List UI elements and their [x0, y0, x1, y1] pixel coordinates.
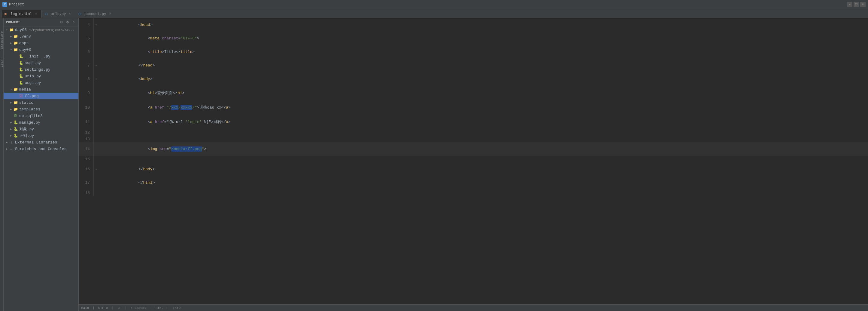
- line-code: <meta charset="UTF-8">: [98, 32, 868, 45]
- fold-icon[interactable]: ▾: [94, 72, 98, 86]
- close-button[interactable]: ×: [860, 2, 866, 7]
- tree-item-static[interactable]: ▶ 📁 static: [4, 99, 79, 106]
- tab-label: login.html: [10, 12, 32, 16]
- sidebar-header: Project ⊟ ⚙ ×: [4, 18, 79, 26]
- db-icon: 🗄: [13, 113, 18, 118]
- line-number: 17: [79, 176, 94, 190]
- tree-item-media[interactable]: ▾ 📁 media: [4, 86, 79, 93]
- tree-item-apps[interactable]: ▶ 📁 apps: [4, 40, 79, 46]
- code-line-15: 15: [79, 156, 868, 163]
- structure-label[interactable]: Structure: [0, 30, 4, 50]
- fold-icon[interactable]: ▾: [94, 163, 98, 176]
- fold-icon: [94, 190, 98, 196]
- code-line-7: 7 ▾ </head>: [79, 59, 868, 72]
- sidebar-collapse-icon[interactable]: ⊟: [59, 20, 64, 25]
- editor-area: 4 ▾ <head> 5 <meta charset="UTF-8">: [79, 18, 868, 311]
- tab-close-urls-py[interactable]: ×: [68, 12, 72, 16]
- tree-item-label: External Libraries: [15, 140, 57, 145]
- fold-icon: [94, 142, 98, 156]
- folder-icon: 📁: [9, 27, 14, 32]
- status-separator: |: [112, 306, 114, 310]
- line-number: 9: [79, 86, 94, 100]
- tree-item-asgi-py[interactable]: 🐍 asgi.py: [4, 60, 79, 66]
- minimize-button[interactable]: –: [847, 2, 852, 7]
- tree-item-wsgi-py[interactable]: 🐍 wsgi.py: [4, 79, 79, 86]
- code-view: 4 ▾ <head> 5 <meta charset="UTF-8">: [79, 18, 868, 196]
- fold-icon: [94, 136, 98, 142]
- indent-indicator[interactable]: 4 spaces: [130, 306, 146, 310]
- arrow-icon: ▶: [9, 101, 13, 105]
- tree-item-templates[interactable]: ▶ 📁 templates: [4, 106, 79, 112]
- tree-item-external-libraries[interactable]: ▶ ⚓ External Libraries: [4, 139, 79, 146]
- fold-icon[interactable]: ▾: [94, 59, 98, 72]
- tree-item-zhengze-py[interactable]: ▶ 🐍 正则.py: [4, 132, 79, 139]
- line-number: 13: [79, 136, 94, 142]
- code-line-5: 5 <meta charset="UTF-8">: [79, 32, 868, 45]
- fold-icon: [94, 129, 98, 136]
- line-code: <h1>登录页面</h1>: [98, 86, 868, 100]
- fold-icon[interactable]: ▾: [94, 18, 98, 32]
- code-line-17: 17 </html>: [79, 176, 868, 190]
- window-controls: – □ ×: [847, 2, 866, 7]
- folder-icon: 📁: [13, 40, 18, 46]
- py-icon: 🐍: [13, 120, 18, 125]
- line-number: 7: [79, 59, 94, 72]
- editor-content[interactable]: 4 ▾ <head> 5 <meta charset="UTF-8">: [79, 18, 868, 304]
- tab-account-py[interactable]: ⬡ account.py ×: [75, 10, 115, 18]
- tree-item-label: media: [19, 87, 31, 92]
- tab-close-login-html[interactable]: ×: [34, 12, 38, 16]
- tree-item-ff-png[interactable]: 🖼 ff.png: [4, 93, 79, 99]
- tree-item-duixiang-py[interactable]: ▶ 🐍 对象.py: [4, 126, 79, 132]
- tree-item-day03-root[interactable]: ▾ 📁 day03 ~/PycharmProjects/5x...: [4, 26, 79, 33]
- tab-close-account-py[interactable]: ×: [108, 12, 112, 16]
- line-number: 18: [79, 190, 94, 196]
- line-code: <body>: [98, 72, 868, 86]
- tree-item-label: day03: [19, 48, 31, 52]
- tree-item-label: templates: [19, 107, 40, 112]
- fold-icon: [94, 32, 98, 45]
- tree-item-scratches[interactable]: ▶ ✏ Scratches and Consoles: [4, 146, 79, 152]
- line-ending-indicator[interactable]: LF: [118, 306, 121, 310]
- encoding-indicator[interactable]: UTF-8: [98, 306, 108, 310]
- line-number: 15: [79, 156, 94, 163]
- learn-label[interactable]: Learn: [0, 56, 4, 68]
- tab-urls-py[interactable]: ⬡ urls.py ×: [41, 10, 75, 18]
- scratch-icon: ✏: [9, 146, 14, 151]
- tree-item-manage-py[interactable]: ▶ 🐍 manage.py: [4, 119, 79, 126]
- tree-item-init-py[interactable]: 🐍 __init__.py: [4, 53, 79, 60]
- tree-item-venv[interactable]: ▶ 📁 .venv: [4, 33, 79, 40]
- no-arrow: [14, 81, 19, 85]
- no-arrow: [14, 74, 19, 78]
- sidebar-close-icon[interactable]: ×: [71, 20, 76, 25]
- html-file-icon: ◨: [4, 12, 9, 16]
- maximize-button[interactable]: □: [854, 2, 859, 7]
- tree-item-urls-py[interactable]: 🐍 urls.py: [4, 73, 79, 79]
- py-icon: 🐍: [19, 74, 24, 79]
- py-icon: 🐍: [13, 126, 18, 132]
- arrow-icon: ▶: [9, 34, 13, 38]
- fold-icon: [94, 86, 98, 100]
- tab-login-html[interactable]: ◨ login.html ×: [1, 10, 41, 18]
- tree-item-label: settings.py: [25, 67, 51, 72]
- folder-icon: 📁: [13, 107, 18, 112]
- tree-item-settings-py[interactable]: 🐍 settings.py: [4, 66, 79, 73]
- tab-label: urls.py: [51, 12, 66, 16]
- folder-icon: 📁: [13, 47, 18, 52]
- line-code: </body>: [98, 163, 868, 176]
- code-line-14: 14 <img src="/media/ff.png">: [79, 142, 868, 156]
- file-tree-sidebar: Project ⊟ ⚙ × ▾ 📁 day03 ~/PycharmProject…: [4, 18, 79, 311]
- tree-item-label: asgi.py: [25, 61, 41, 65]
- position-indicator: 14:9: [173, 306, 181, 310]
- arrow-icon: ▶: [9, 120, 13, 124]
- line-code: </head>: [98, 59, 868, 72]
- sidebar-settings-icon[interactable]: ⚙: [65, 20, 70, 25]
- tree-item-label: apps: [19, 41, 29, 46]
- tree-item-day03-sub[interactable]: ▾ 📁 day03: [4, 46, 79, 53]
- tree-item-db-sqlite3[interactable]: 🗄 db.sqlite3: [4, 112, 79, 119]
- language-indicator[interactable]: HTML: [156, 306, 163, 310]
- title-bar: P Project – □ ×: [0, 0, 868, 9]
- branch-indicator[interactable]: main: [81, 306, 89, 310]
- tree-item-label: 对象.py: [19, 126, 34, 132]
- py-file-icon-account: ⬡: [79, 12, 83, 16]
- tree-item-label: wsgi.py: [25, 81, 41, 85]
